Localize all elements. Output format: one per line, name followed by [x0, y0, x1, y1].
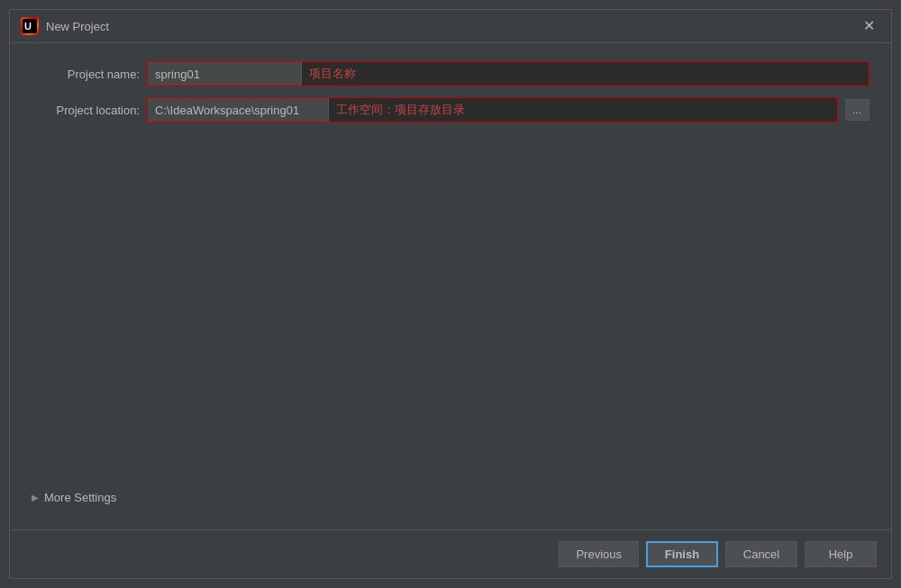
cancel-button[interactable]: Cancel: [725, 541, 797, 567]
project-location-group: 工作空间：项目存放目录 ...: [147, 97, 869, 122]
dialog-body: Project name: 项目名称 Project location: 工作空…: [10, 43, 891, 529]
body-spacer: [32, 133, 869, 473]
title-bar-left: U New Project: [21, 17, 109, 35]
project-name-row: Project name: 项目名称: [32, 61, 869, 86]
previous-button[interactable]: Previous: [559, 541, 639, 567]
close-button[interactable]: ✕: [858, 17, 880, 35]
project-name-label: Project name:: [32, 68, 140, 81]
help-button[interactable]: Help: [805, 541, 877, 567]
project-location-hint: 工作空间：项目存放目录: [328, 98, 837, 122]
project-name-input[interactable]: [148, 62, 301, 86]
new-project-dialog: U New Project ✕ Project name: 项目名称 Proje…: [9, 9, 892, 579]
more-settings-toggle[interactable]: ▶ More Settings: [32, 484, 869, 511]
dialog-footer: Previous Finish Cancel Help: [10, 529, 891, 578]
finish-button[interactable]: Finish: [646, 541, 718, 567]
svg-text:U: U: [24, 21, 32, 32]
browse-button[interactable]: ...: [845, 99, 869, 121]
more-settings-arrow-icon: ▶: [32, 493, 39, 502]
more-settings-label: More Settings: [44, 491, 116, 504]
project-location-row: Project location: 工作空间：项目存放目录 ...: [32, 97, 869, 122]
dialog-title: New Project: [46, 20, 109, 33]
project-location-label: Project location:: [32, 104, 140, 117]
project-location-input[interactable]: [148, 98, 328, 122]
intellij-logo-icon: U: [21, 17, 39, 35]
project-name-hint: 项目名称: [301, 62, 869, 86]
title-bar: U New Project ✕: [10, 10, 891, 43]
project-location-input-wrapper: 工作空间：项目存放目录: [147, 97, 838, 122]
project-name-input-wrapper: 项目名称: [147, 61, 869, 86]
